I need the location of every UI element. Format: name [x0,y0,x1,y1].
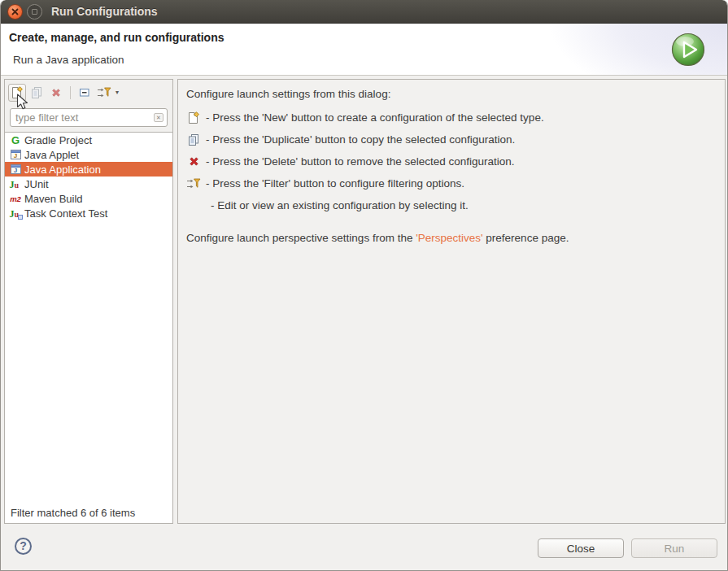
dialog-header-banner: Create, manage, and run configurations R… [1,24,727,76]
instruction-text: - Press the 'Duplicate' button to copy t… [206,133,515,146]
delete-config-button[interactable] [47,84,65,102]
instruction-text: - Press the 'New' button to create a con… [206,111,544,124]
new-config-button[interactable] [8,84,26,102]
tree-item-junit[interactable]: Ju JUnit [5,177,172,191]
filter-options-icon [97,86,111,99]
tree-item-label: Java Application [24,163,101,176]
titlebar[interactable]: Run Configurations [1,0,727,24]
filter-icon [186,177,201,190]
tree-item-java-application[interactable]: J Java Application [5,162,172,177]
maximize-window-button[interactable] [27,4,42,20]
java-applet-icon: J [9,150,22,159]
perspective-text-after: preference page. [483,232,569,244]
header-subtitle: Run a Java application [13,54,124,66]
instruction-text: - Edit or view an existing configuration… [211,199,469,211]
duplicate-config-button[interactable] [28,84,46,102]
configuration-tree[interactable]: G Gradle Project J Java Applet J Java Ap… [5,132,172,523]
close-window-button[interactable] [7,4,23,20]
clear-filter-icon[interactable]: ✕ [154,113,163,122]
toolbar-separator [70,86,71,99]
maven-icon: m2 [9,194,22,203]
new-config-icon [11,86,24,99]
instructions-panel: Configure launch settings from this dial… [177,79,726,524]
instruction-row-filter: - Press the 'Filter' button to configure… [186,172,717,194]
gradle-icon: G [9,134,22,146]
tree-item-label: Maven Build [24,193,83,205]
perspective-text-before: Configure launch perspective settings fr… [186,232,416,244]
instruction-row-delete: - Press the 'Delete' button to remove th… [186,150,717,172]
filter-options-button[interactable] [95,84,113,102]
instructions-intro: Configure launch settings from this dial… [186,88,717,100]
collapse-all-button[interactable] [76,84,94,102]
configurations-toolbar: ▾ [5,80,172,105]
tree-item-label: Gradle Project [24,134,92,146]
dialog-footer: ? Close Run [1,523,727,570]
close-icon [11,8,19,15]
filter-match-status: Filter matched 6 of 6 items [11,507,135,519]
instruction-row-new: - Press the 'New' button to create a con… [186,107,717,129]
tree-item-label: Task Context Test [24,207,107,220]
window-title: Run Configurations [51,5,158,18]
perspectives-link[interactable]: 'Perspectives' [416,232,482,244]
collapse-all-icon [78,86,91,99]
delete-config-icon [50,87,62,98]
run-banner-icon [671,33,705,67]
perspective-settings-line: Configure launch perspective settings fr… [186,232,717,244]
duplicate-config-icon [30,86,43,99]
duplicate-icon [186,133,201,146]
tree-item-label: Java Applet [24,149,79,161]
junit-icon: Ju [9,179,22,190]
filter-field-wrap: ✕ [10,108,168,127]
tree-item-maven-build[interactable]: m2 Maven Build [5,191,172,206]
tree-item-java-applet[interactable]: J Java Applet [5,147,172,162]
filter-dropdown-caret-icon[interactable]: ▾ [116,89,119,96]
tree-item-task-context-test[interactable]: Ju Task Context Test [5,206,172,220]
instruction-row-edit: - Edit or view an existing configuration… [186,194,717,216]
close-button[interactable]: Close [538,538,624,558]
maximize-icon [32,9,37,15]
instruction-row-duplicate: - Press the 'Duplicate' button to copy t… [186,129,717,150]
help-button[interactable]: ? [15,538,32,555]
instruction-text: - Press the 'Filter' button to configure… [206,177,464,190]
instruction-text: - Press the 'Delete' button to remove th… [206,155,515,168]
header-title: Create, manage, and run configurations [9,31,225,44]
configurations-panel: ▾ ✕ G Gradle Project J Java Applet J [4,79,173,524]
run-button[interactable]: Run [631,538,717,558]
tree-item-label: JUnit [24,178,49,190]
filter-input[interactable] [10,108,168,127]
run-configurations-dialog: Run Configurations Create, manage, and r… [0,0,728,571]
delete-icon [186,155,201,168]
tree-item-gradle-project[interactable]: G Gradle Project [5,133,172,147]
new-icon [186,111,201,124]
java-application-icon: J [9,164,22,174]
task-context-test-icon: Ju [9,208,22,219]
